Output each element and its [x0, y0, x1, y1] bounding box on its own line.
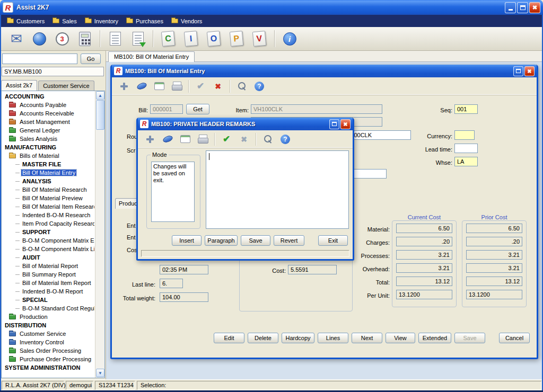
tree-item-indented-bom-research[interactable]: Indented B-O-M Research: [3, 211, 94, 219]
processes-current-input[interactable]: [396, 250, 452, 260]
tree-item-customer-service[interactable]: Customer Service: [3, 329, 94, 338]
per-unit-current-input[interactable]: [396, 290, 452, 299]
print-icon[interactable]: [197, 133, 208, 145]
tree-subsection-audit[interactable]: AUDIT: [3, 253, 94, 262]
tree-item-accounts-payable[interactable]: Accounts Payable: [3, 101, 94, 109]
search-input[interactable]: [2, 54, 77, 64]
card-icon[interactable]: [153, 81, 165, 92]
app-o-icon[interactable]: O: [206, 30, 222, 47]
tab-assist-2k7[interactable]: Assist 2k7: [1, 80, 37, 91]
add-icon[interactable]: [144, 133, 156, 145]
currency-input[interactable]: [454, 130, 475, 140]
save-button[interactable]: Save: [454, 333, 485, 343]
charges-current-input[interactable]: [396, 237, 452, 246]
exit-button[interactable]: Exit: [318, 235, 348, 246]
remarks-textarea[interactable]: [206, 150, 349, 229]
scrollbar-thumb[interactable]: [96, 100, 104, 130]
tree-item-bom-preview[interactable]: Bill Of Material Preview: [3, 194, 94, 202]
tree-section-distribution[interactable]: DISTRIBUTION: [3, 321, 94, 329]
tree-item-production[interactable]: Production: [3, 313, 94, 321]
accept-icon[interactable]: ✔: [221, 133, 232, 145]
edit-pen-icon[interactable]: [162, 133, 173, 145]
maximize-button[interactable]: [517, 2, 528, 13]
tree-item-bom-item-research[interactable]: Bill Of Material Item Research: [3, 202, 94, 211]
tree-section-manufacturing[interactable]: MANUFACTURING: [3, 143, 94, 152]
document-tab-mb100[interactable]: MB100: Bill Of Material Entry: [108, 51, 195, 62]
tree-subsection-special[interactable]: SPECIAL: [3, 296, 94, 304]
tree-item-bill-summary-report[interactable]: Bill Summary Report: [3, 270, 94, 279]
tree-item-bill-of-material-entry[interactable]: Bill Of Material Entry: [3, 168, 94, 177]
edit-pen-icon[interactable]: [136, 81, 147, 92]
tree-subsection-support[interactable]: SUPPORT: [3, 228, 94, 236]
card-icon[interactable]: [179, 133, 191, 145]
cost-input[interactable]: [288, 265, 337, 274]
lines-button[interactable]: Lines: [318, 333, 348, 343]
search-icon[interactable]: [262, 133, 274, 145]
extended-button[interactable]: Extended: [418, 333, 451, 343]
insert-button[interactable]: Insert: [172, 235, 202, 246]
cancel-icon[interactable]: ✖: [212, 81, 224, 92]
get-button[interactable]: Get: [186, 104, 209, 114]
charges-prior-input[interactable]: [466, 237, 522, 246]
delete-button[interactable]: Delete: [248, 333, 278, 343]
overhead-prior-input[interactable]: [466, 263, 522, 273]
schedule-icon[interactable]: 3: [54, 30, 70, 47]
tree-item-sales-order-processing[interactable]: Sales Order Processing: [3, 346, 94, 355]
tree-item-bom-component-matrix-entry[interactable]: B-O-M Component Matrix Entry: [3, 236, 94, 245]
close-button[interactable]: ✖: [340, 119, 351, 129]
menu-inventory[interactable]: Inventory: [82, 17, 124, 25]
calculator-icon[interactable]: [77, 30, 93, 47]
add-icon[interactable]: [118, 81, 130, 92]
app-i-icon[interactable]: I: [183, 30, 199, 47]
tree-item-inventory-control[interactable]: Inventory Control: [3, 338, 94, 346]
time-input[interactable]: [160, 265, 208, 274]
revert-button[interactable]: Revert: [274, 235, 304, 246]
tree-scrollbar[interactable]: ▲ ▼: [95, 91, 104, 378]
close-button[interactable]: ✖: [524, 66, 535, 76]
tree-item-purchase-order-processing[interactable]: Purchase Order Processing: [3, 355, 94, 363]
report-icon[interactable]: [107, 30, 123, 47]
tree-item-bills-of-material[interactable]: Bills of Material: [3, 152, 94, 160]
help-icon[interactable]: [279, 133, 291, 145]
tree-item-item-prod-capacity-research[interactable]: Item Prod Capacity Research: [3, 219, 94, 228]
scroll-down-icon[interactable]: ▼: [96, 369, 104, 377]
search-icon[interactable]: [236, 81, 248, 92]
export-icon[interactable]: [130, 30, 146, 47]
total-weight-input[interactable]: [160, 292, 208, 302]
overhead-current-input[interactable]: [396, 263, 452, 273]
tree-item-asset-management[interactable]: Asset Management: [3, 118, 94, 126]
tree-section-system-administration[interactable]: SYSTEM ADMINISTRATION: [3, 363, 94, 372]
menu-sales[interactable]: Sales: [50, 17, 82, 25]
next-button[interactable]: Next: [352, 333, 382, 343]
maximize-button[interactable]: [329, 119, 339, 129]
globe-icon[interactable]: [31, 30, 47, 47]
item-input[interactable]: [251, 104, 382, 114]
tree-subsection-master-file[interactable]: MASTER FILE: [3, 160, 94, 168]
tree-item-bom-item-report[interactable]: Bill of Material Item Report: [3, 279, 94, 287]
total-current-input[interactable]: [396, 277, 452, 286]
menu-purchases[interactable]: Purchases: [124, 17, 169, 25]
seq-input[interactable]: [454, 104, 478, 114]
material-prior-input[interactable]: [466, 224, 522, 233]
print-icon[interactable]: [171, 81, 182, 92]
total-prior-input[interactable]: [466, 277, 522, 286]
scroll-up-icon[interactable]: ▲: [96, 91, 104, 100]
view-button[interactable]: View: [386, 333, 415, 343]
accept-icon[interactable]: ✔: [195, 81, 206, 92]
maximize-button[interactable]: [513, 66, 523, 76]
close-button[interactable]: ✖: [529, 2, 540, 13]
tree-item-general-ledger[interactable]: General Ledger: [3, 126, 94, 135]
minimize-button[interactable]: [505, 2, 516, 13]
hardcopy-button[interactable]: Hardcopy: [282, 333, 314, 343]
per-unit-prior-input[interactable]: [466, 290, 522, 299]
material-current-input[interactable]: [396, 224, 452, 233]
processes-prior-input[interactable]: [466, 250, 522, 260]
paragraph-button[interactable]: Paragraph: [205, 235, 238, 246]
tree-section-accounting[interactable]: ACCOUNTING: [3, 92, 94, 101]
app-p-icon[interactable]: P: [229, 30, 244, 47]
app-v-icon[interactable]: V: [251, 30, 267, 47]
tab-customer-service[interactable]: Customer Service: [38, 81, 94, 91]
tree-item-bom-component-matrix-list[interactable]: B-O-M Component Matrix List: [3, 245, 94, 253]
menu-vendors[interactable]: Vendors: [169, 17, 207, 25]
app-c-icon[interactable]: C: [160, 30, 176, 47]
